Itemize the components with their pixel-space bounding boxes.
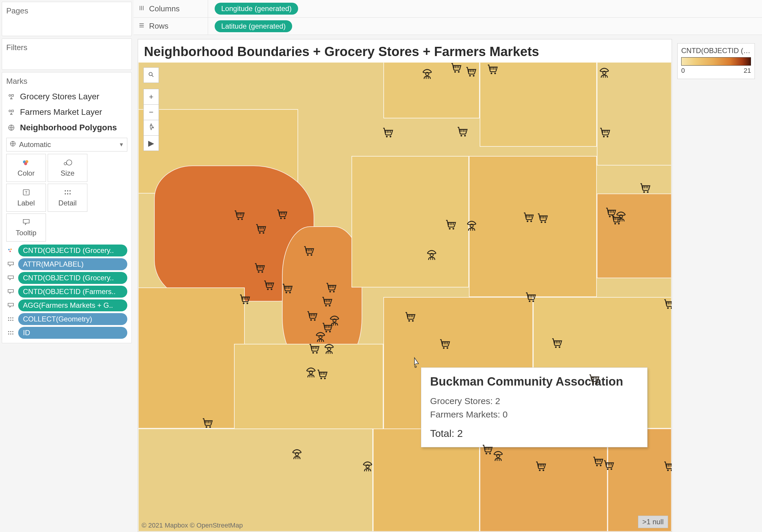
svg-point-35 bbox=[10, 334, 11, 335]
map-tools-expand-button[interactable]: ▶ bbox=[143, 135, 159, 151]
svg-rect-4 bbox=[12, 95, 13, 96]
pages-title: Pages bbox=[2, 2, 131, 17]
svg-point-29 bbox=[10, 320, 11, 321]
size-icon bbox=[63, 158, 72, 167]
marks-layer-0[interactable]: Grocery Stores Layer bbox=[2, 89, 131, 104]
tooltip-icon bbox=[6, 289, 15, 294]
map-tooltip: Buckman Community Association Grocery St… bbox=[421, 367, 648, 447]
marks-pill-5[interactable]: COLLECT(Geometry) bbox=[6, 313, 127, 325]
legend-title: CNTD(OBJECTID (Gr... bbox=[681, 46, 751, 55]
color-icon bbox=[22, 158, 31, 167]
columns-icon bbox=[138, 4, 145, 13]
tooltip-icon bbox=[22, 218, 30, 226]
color-ramp bbox=[681, 57, 751, 66]
mark-type-dropdown[interactable]: Automatic ▼ bbox=[6, 138, 127, 151]
svg-point-25 bbox=[8, 317, 9, 319]
svg-point-5 bbox=[9, 110, 11, 112]
chevron-down-icon: ▼ bbox=[119, 142, 124, 148]
legend-min: 0 bbox=[681, 67, 685, 75]
plus-icon: + bbox=[149, 92, 153, 102]
svg-point-30 bbox=[12, 320, 13, 321]
zoom-area-button[interactable] bbox=[143, 120, 159, 135]
map-attribution: © 2021 Mapbox © OpenStreetMap bbox=[140, 521, 244, 530]
color-card[interactable]: Color bbox=[6, 154, 46, 182]
shapes-icon bbox=[7, 109, 16, 116]
color-legend[interactable]: CNTD(OBJECTID (Gr... 0 21 bbox=[677, 43, 755, 79]
label-icon: T bbox=[23, 188, 30, 196]
detail-icon bbox=[6, 331, 15, 335]
tooltip-heading: Buckman Community Association bbox=[430, 375, 638, 388]
mark-type-label: Automatic bbox=[19, 140, 51, 149]
columns-shelf[interactable]: Columns Longitude (generated) bbox=[133, 0, 762, 17]
shapes-icon bbox=[7, 93, 16, 100]
tooltip-icon bbox=[6, 303, 15, 308]
detail-icon bbox=[64, 188, 71, 196]
svg-point-28 bbox=[8, 320, 9, 321]
svg-point-24 bbox=[10, 251, 11, 252]
svg-rect-6 bbox=[12, 110, 13, 112]
minus-icon: − bbox=[149, 108, 153, 117]
marks-pill-2[interactable]: CNTD(OBJECTID (Grocery.. bbox=[6, 272, 127, 284]
svg-point-13 bbox=[66, 160, 72, 165]
svg-point-18 bbox=[69, 190, 71, 191]
legend-max: 21 bbox=[744, 67, 751, 75]
tooltip-icon bbox=[6, 275, 15, 281]
svg-point-20 bbox=[67, 193, 68, 194]
svg-point-11 bbox=[24, 162, 27, 165]
marks-pill-4[interactable]: AGG(Farmers Markets + G.. bbox=[6, 299, 127, 311]
rows-shelf[interactable]: Rows Latitude (generated) bbox=[133, 17, 762, 35]
svg-point-26 bbox=[10, 317, 11, 319]
svg-point-3 bbox=[9, 95, 11, 96]
pin-lock-icon bbox=[148, 123, 155, 132]
svg-point-21 bbox=[69, 193, 71, 194]
rows-pill-latitude[interactable]: Latitude (generated) bbox=[215, 20, 292, 32]
rows-icon bbox=[138, 22, 145, 31]
zoom-out-button[interactable]: − bbox=[143, 104, 159, 120]
svg-point-17 bbox=[67, 190, 68, 191]
columns-pill-longitude[interactable]: Longitude (generated) bbox=[215, 3, 298, 15]
svg-point-36 bbox=[12, 334, 13, 335]
svg-point-27 bbox=[12, 317, 13, 319]
worksheet-area: Columns Longitude (generated) Rows Latit… bbox=[133, 0, 762, 532]
search-icon bbox=[148, 71, 154, 80]
detail-card[interactable]: Detail bbox=[48, 184, 87, 212]
svg-point-31 bbox=[8, 331, 9, 332]
marks-pill-3[interactable]: CNTD(OBJECTID (Farmers.. bbox=[6, 286, 127, 298]
svg-point-37 bbox=[149, 72, 152, 75]
svg-point-19 bbox=[65, 193, 66, 194]
filters-shelf[interactable]: Filters bbox=[2, 38, 132, 70]
svg-point-23 bbox=[10, 249, 12, 250]
marks-layer-1[interactable]: Farmers Market Layer bbox=[2, 104, 131, 120]
size-card[interactable]: Size bbox=[48, 154, 87, 182]
filters-title: Filters bbox=[2, 39, 131, 54]
marks-pill-0[interactable]: CNTD(OBJECTID (Grocery.. bbox=[6, 245, 127, 257]
marks-title: Marks bbox=[2, 72, 131, 89]
label-card[interactable]: T Label bbox=[6, 184, 46, 212]
svg-point-16 bbox=[65, 190, 66, 191]
tooltip-card[interactable]: Tooltip bbox=[6, 213, 46, 242]
map-viz[interactable]: Neighborhood Boundaries + Grocery Stores… bbox=[138, 39, 672, 532]
sidebar: Pages Filters Marks Grocery Stores Layer… bbox=[0, 0, 133, 532]
viz-title: Neighborhood Boundaries + Grocery Stores… bbox=[138, 39, 672, 62]
tooltip-icon bbox=[6, 262, 15, 267]
svg-point-12 bbox=[64, 163, 66, 165]
globe-icon bbox=[10, 140, 16, 149]
map-search-button[interactable] bbox=[143, 67, 159, 83]
svg-point-33 bbox=[12, 331, 13, 332]
marks-pill-1[interactable]: ATTR(MAPLABEL) bbox=[6, 258, 127, 270]
svg-point-34 bbox=[8, 334, 9, 335]
null-indicator[interactable]: >1 null bbox=[638, 516, 668, 528]
dots-icon bbox=[6, 248, 15, 253]
svg-point-32 bbox=[10, 331, 11, 332]
marks-layer-2[interactable]: Neighborhood Polygons bbox=[2, 120, 131, 135]
svg-point-22 bbox=[8, 249, 10, 251]
detail-icon bbox=[6, 317, 15, 322]
marks-card: Marks Grocery Stores LayerFarmers Market… bbox=[2, 72, 132, 343]
marks-pill-6[interactable]: ID bbox=[6, 327, 127, 339]
pages-shelf[interactable]: Pages bbox=[2, 2, 132, 36]
zoom-in-button[interactable]: + bbox=[143, 89, 159, 104]
chevron-right-icon: ▶ bbox=[148, 139, 154, 148]
svg-text:T: T bbox=[25, 190, 28, 195]
globe-icon bbox=[7, 124, 16, 131]
